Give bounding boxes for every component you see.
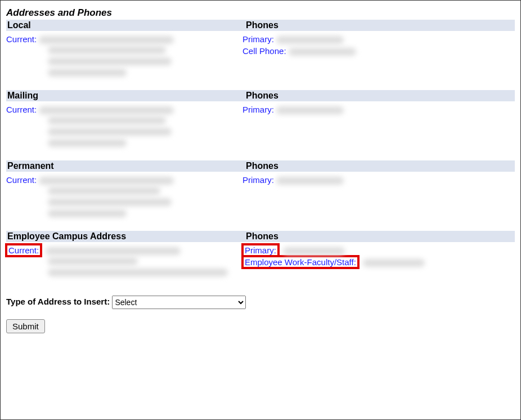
local-current-link[interactable]: Current:	[6, 34, 37, 44]
employee-work-phone-link[interactable]: Employee Work-Faculty/Staff:	[245, 257, 356, 267]
redacted-text	[363, 259, 425, 267]
redacted-text	[276, 36, 344, 44]
permanent-primary-phone-link[interactable]: Primary:	[242, 175, 274, 185]
header-permanent-phones: Phones	[245, 160, 515, 172]
address-type-select[interactable]: Select	[112, 296, 246, 309]
permanent-current-link[interactable]: Current:	[6, 175, 37, 185]
header-employee-phones: Phones	[245, 231, 515, 242]
header-local-address: Local	[6, 20, 245, 31]
submit-button[interactable]: Submit	[6, 319, 45, 333]
employee-primary-phone-link[interactable]: Primary:	[245, 245, 276, 255]
insert-row: Type of Address to Insert: Select	[6, 296, 515, 309]
redacted-text	[289, 48, 356, 56]
mailing-primary-phone-link[interactable]: Primary:	[242, 105, 274, 114]
header-local-phones: Phones	[245, 20, 515, 31]
redacted-text	[46, 247, 181, 255]
local-cell-phone-link[interactable]: Cell Phone:	[242, 46, 286, 56]
local-primary-phone-link[interactable]: Primary:	[242, 34, 274, 44]
mailing-current-link[interactable]: Current:	[6, 105, 37, 114]
header-mailing-phones: Phones	[245, 90, 515, 101]
section-permanent: Permanent Phones Current: Primary:	[6, 160, 515, 221]
header-permanent-address: Permanent	[6, 160, 245, 172]
redacted-address-lines	[48, 46, 242, 77]
insert-label: Type of Address to Insert:	[6, 297, 110, 306]
page-title: Addresses and Phones	[6, 7, 515, 19]
section-local: Local Phones Current: Primary: Cell P	[6, 20, 515, 80]
redacted-text	[276, 177, 344, 185]
redacted-address-lines	[48, 187, 242, 217]
section-mailing: Mailing Phones Current: Primary:	[6, 90, 515, 150]
highlight-current: Current:	[5, 243, 42, 257]
employee-current-link[interactable]: Current:	[8, 245, 39, 255]
redacted-address-lines	[48, 257, 242, 276]
redacted-text	[283, 247, 345, 255]
highlight-work: Employee Work-Faculty/Staff:	[241, 255, 360, 269]
section-employee: Employee Campus Address Phones Current: …	[6, 231, 515, 280]
redacted-text	[39, 36, 174, 44]
redacted-text	[39, 177, 174, 185]
redacted-address-lines	[48, 117, 242, 147]
redacted-text	[276, 106, 344, 114]
header-mailing-address: Mailing	[6, 90, 245, 101]
header-employee-address: Employee Campus Address	[6, 231, 245, 242]
redacted-text	[39, 106, 174, 114]
page: Addresses and Phones Local Phones Curren…	[0, 0, 521, 420]
